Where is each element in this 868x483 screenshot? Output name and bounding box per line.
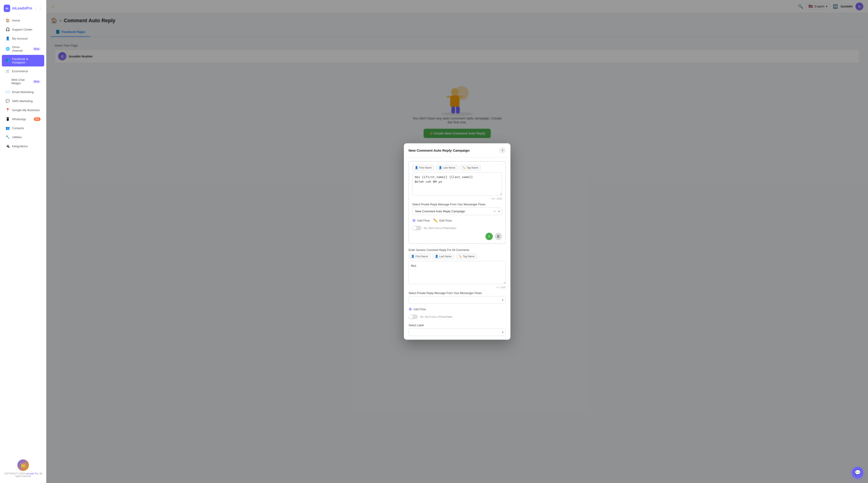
copyright-link[interactable]: mLeads Pro: [26, 472, 38, 475]
nav-label-home: Home: [12, 19, 20, 22]
select-label-section: Select Label ▾: [408, 324, 506, 336]
copyright: COPYRIGHT ©2024 mLeads Pro, All rights r…: [4, 472, 42, 478]
sidebar-item-utilities[interactable]: 🔧 Utilities: [2, 133, 44, 141]
photo-toggle-row-2: No, Don't Use a Photo/Video: [408, 315, 506, 319]
first-name-tag-2[interactable]: 👤 First Name: [408, 254, 431, 259]
photo-toggle-row-1: No, Don't Use a Photo/Video: [412, 226, 502, 230]
photo-toggle-2[interactable]: [408, 315, 418, 319]
section-1-actions: + 🗑: [412, 233, 502, 240]
nav-label-facebook: Facebook & Instagram: [12, 57, 40, 64]
tag-icon: 🏷️: [459, 255, 462, 258]
sidebar-item-omni-channel[interactable]: 🌐 Omni-channel Beta: [2, 43, 44, 55]
sidebar-item-sms[interactable]: 💬 SMS Marketing: [2, 97, 44, 105]
nav-icon-my-account: 👤: [5, 36, 10, 40]
flow-select-1[interactable]: New Comment Auto Reply Campaign: [412, 207, 502, 215]
message-textarea-2[interactable]: [408, 261, 506, 284]
modal-header: New Comment Auto Reply Campaign ×: [404, 143, 510, 157]
flow-select-wrapper-1: New Comment Auto Reply Campaign × ▾: [412, 207, 502, 215]
nav-icon-ecommerce: 🛒: [5, 69, 10, 73]
select-flow-label-2: Select Private Reply Message From Your M…: [408, 291, 506, 295]
edit-flow-button[interactable]: ✏️ Edit Flow: [433, 218, 452, 223]
last-name-tag-2[interactable]: 👤 Last Name: [432, 254, 454, 259]
plus-circle-icon: ⊕: [412, 218, 416, 223]
message-textarea-1[interactable]: [412, 172, 502, 195]
flow-select-2[interactable]: [408, 296, 506, 304]
modal: New Comment Auto Reply Campaign × 👤 Firs…: [404, 143, 510, 340]
sidebar-item-facebook[interactable]: 📘 Facebook & Instagram: [2, 55, 44, 66]
select-flow-label-1: Select Private Reply Message From Your M…: [412, 203, 502, 206]
nav-label-whatsapp: WhatsApp: [12, 118, 26, 121]
nav-label-contacts: Contacts: [12, 126, 24, 130]
plus-circle-icon: ⊕: [408, 307, 412, 312]
add-flow-button-2[interactable]: ⊕ Add Flow: [408, 307, 426, 312]
photo-toggle-1[interactable]: [412, 226, 422, 230]
nav-icon-facebook: 📘: [5, 59, 10, 63]
clear-flow-button-1[interactable]: ×: [494, 209, 496, 214]
sidebar-item-whatsapp[interactable]: 📱 WhatsApp Hot: [2, 115, 44, 123]
photo-toggle-label-2: No, Don't Use a Photo/Video: [420, 315, 453, 318]
nav-icon-support: 🎧: [5, 27, 10, 31]
nav-label-omni-channel: Omni-channel: [12, 45, 30, 52]
edit-icon: ✏️: [433, 218, 438, 223]
nav-label-sms: SMS Marketing: [12, 99, 33, 103]
tag-icon: 🏷️: [462, 166, 466, 169]
nav-label-webchat: Web Chat Widget: [11, 78, 31, 85]
toggle-knob-2: [409, 315, 413, 319]
logo[interactable]: m mLeadsPro ⋮⋮: [0, 3, 46, 16]
sidebar-item-google[interactable]: 📍 Google My Business: [2, 105, 44, 115]
add-flow-button-1[interactable]: ⊕ Add Flow: [412, 218, 430, 223]
flow-select-wrapper-2: ▾: [408, 296, 506, 304]
nav-icon-google: 📍: [5, 108, 10, 112]
add-section-button[interactable]: +: [486, 233, 493, 240]
delete-section-button[interactable]: 🗑: [495, 233, 502, 240]
nav-icon-contacts: 👥: [5, 126, 10, 130]
nav-icon-utilities: 🔧: [5, 135, 10, 139]
label-select[interactable]: [408, 328, 506, 336]
photo-toggle-label-1: No, Don't Use a Photo/Video: [424, 227, 456, 229]
nav-icon-email: ✉️: [5, 90, 10, 94]
modal-close-button[interactable]: ×: [499, 147, 506, 154]
tag-name-tag-1[interactable]: 🏷️ Tag Name: [460, 165, 481, 170]
logo-icon: m: [4, 5, 10, 12]
footer-avatar: 👑: [18, 459, 29, 471]
sidebar-item-ecommerce[interactable]: 🛒 Ecommerce: [2, 67, 44, 75]
badge-omni-channel: Beta: [33, 47, 40, 51]
sidebar-item-email[interactable]: ✉️ Email Marketing: [2, 88, 44, 96]
badge-webchat: Beta: [33, 80, 40, 83]
label-select-wrapper: ▾: [408, 328, 506, 336]
nav-icon-omni-channel: 🌐: [5, 47, 10, 51]
tag-name-tag-2[interactable]: 🏷️ Tag Name: [456, 254, 477, 259]
nav-icon-integrations: 🔌: [5, 144, 10, 148]
sidebar-item-webchat[interactable]: Web Chat Widget Beta: [2, 76, 44, 87]
sidebar-nav: 🏠 Home 🎧 Support Center 👤 My Account 🌐 O…: [0, 16, 46, 457]
nav-label-utilities: Utilities: [12, 135, 22, 139]
section-1: 👤 First Name 👤 Last Name 🏷️ Tag Name: [408, 161, 506, 244]
main-area: ☆ 🔍 🇺🇸 English ▾ ➡️ Izzuddin Iz 🏠 » Comm…: [46, 0, 868, 483]
logo-text: mLeadsPro: [12, 6, 32, 10]
sidebar-item-support[interactable]: 🎧 Support Center: [2, 25, 44, 34]
char-count-1: 44 / 2000: [412, 197, 502, 200]
tag-row-1: 👤 First Name 👤 Last Name 🏷️ Tag Name: [412, 165, 502, 170]
user-icon: 👤: [435, 255, 438, 258]
modal-body: 👤 First Name 👤 Last Name 🏷️ Tag Name: [404, 157, 510, 340]
section-2-label: Enter Generic Comment Reply For All Comm…: [408, 249, 506, 252]
nav-icon-sms: 💬: [5, 99, 10, 103]
nav-label-email: Email Marketing: [12, 90, 34, 94]
user-icon: 👤: [415, 166, 418, 169]
flow-actions-1: ⊕ Add Flow ✏️ Edit Flow: [412, 218, 502, 223]
grid-icon[interactable]: ⋮⋮: [34, 6, 42, 11]
first-name-tag-1[interactable]: 👤 First Name: [412, 165, 434, 170]
nav-label-integrations: Integrations: [12, 144, 28, 148]
sidebar-item-contacts[interactable]: 👥 Contacts: [2, 124, 44, 132]
chat-widget-button[interactable]: 💬: [852, 467, 863, 478]
sidebar-item-integrations[interactable]: 🔌 Integrations: [2, 142, 44, 151]
sidebar: m mLeadsPro ⋮⋮ 🏠 Home 🎧 Support Center 👤…: [0, 0, 46, 483]
user-icon: 👤: [439, 166, 442, 169]
nav-label-my-account: My Account: [12, 37, 28, 40]
sidebar-item-home[interactable]: 🏠 Home: [2, 16, 44, 25]
last-name-tag-1[interactable]: 👤 Last Name: [436, 165, 458, 170]
tag-row-2: 👤 First Name 👤 Last Name 🏷️ Tag Name: [408, 254, 506, 259]
modal-overlay[interactable]: New Comment Auto Reply Campaign × 👤 Firs…: [46, 0, 868, 483]
user-icon: 👤: [411, 255, 414, 258]
sidebar-item-my-account[interactable]: 👤 My Account: [2, 34, 44, 43]
